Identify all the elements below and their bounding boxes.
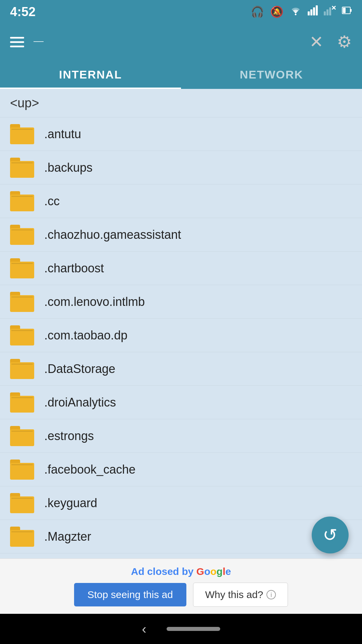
hamburger-menu-icon[interactable] (10, 37, 24, 47)
file-name: .chartboost (44, 261, 104, 275)
ad-bar: Ad closed by Google Stop seeing this ad … (0, 558, 362, 614)
file-list: <up> .antutu .backups .cc .chaoz (0, 89, 362, 558)
nav-bar: ‹ (0, 614, 362, 644)
list-item[interactable]: .com.taobao.dp (0, 319, 362, 352)
folder-icon (10, 426, 34, 446)
home-pill[interactable] (167, 627, 220, 631)
folder-icon (10, 392, 34, 413)
file-name: .DataStorage (44, 362, 115, 376)
list-item[interactable]: .chartboost (0, 252, 362, 285)
file-name: .backups (44, 161, 93, 175)
status-time: 4:52 (10, 5, 36, 19)
svg-rect-12 (343, 8, 346, 13)
tabs: INTERNAL NETWORK (0, 60, 362, 89)
list-item[interactable]: .Magzter (0, 520, 362, 553)
folder-icon (10, 225, 34, 245)
svg-rect-7 (329, 7, 331, 15)
svg-point-0 (295, 14, 297, 15)
file-name: .antutu (44, 127, 81, 141)
list-item[interactable]: .droiAnalytics (0, 386, 362, 419)
file-name: .droiAnalytics (44, 395, 116, 410)
list-item-up[interactable]: <up> (0, 89, 362, 117)
info-icon: i (266, 590, 276, 599)
tab-network-label: NETWORK (240, 68, 303, 81)
file-name: .chaozhuo.gameassistant (44, 228, 181, 242)
signal-x-icon (324, 5, 336, 18)
file-name: .keyguard (44, 496, 97, 510)
file-name: .facebook_cache (44, 463, 135, 477)
list-item[interactable]: .antutu (0, 117, 362, 151)
folder-icon (10, 191, 34, 211)
file-name: .Magzter (44, 530, 91, 544)
file-name: .com.lenovo.intlmb (44, 295, 145, 309)
folder-icon (10, 493, 34, 513)
ad-buttons: Stop seeing this ad Why this ad? i (74, 583, 288, 607)
toolbar: — ✕ ⚙ (0, 23, 362, 60)
svg-rect-5 (324, 11, 326, 15)
headphones-icon: 🎧 (251, 5, 264, 18)
muted-icon: 🔕 (270, 5, 284, 18)
svg-rect-1 (308, 11, 310, 15)
list-item[interactable]: .cc (0, 184, 362, 218)
folder-icon (10, 258, 34, 278)
tab-internal[interactable]: INTERNAL (0, 60, 181, 89)
folder-icon (10, 292, 34, 312)
svg-rect-4 (316, 5, 318, 15)
file-name: .cc (44, 194, 60, 208)
folder-icon (10, 158, 34, 178)
folder-icon (10, 527, 34, 547)
path-bar: — (34, 35, 44, 47)
file-name: .estrongs (44, 429, 94, 443)
toolbar-right: ✕ ⚙ (309, 32, 352, 52)
list-item[interactable]: .keyguard (0, 486, 362, 520)
settings-button[interactable]: ⚙ (337, 32, 352, 52)
folder-icon (10, 359, 34, 379)
list-item[interactable]: .backups (0, 151, 362, 184)
list-item[interactable]: .chaozhuo.gameassistant (0, 218, 362, 252)
refresh-icon: ↺ (323, 525, 338, 545)
list-item[interactable]: .estrongs (0, 419, 362, 453)
file-name: <up> (10, 96, 39, 110)
list-item[interactable]: .DataStorage (0, 352, 362, 386)
why-ad-label: Why this ad? (205, 589, 263, 600)
back-button[interactable]: ‹ (142, 622, 146, 637)
tab-network[interactable]: NETWORK (181, 60, 362, 89)
folder-icon (10, 124, 34, 144)
folder-icon (10, 460, 34, 480)
svg-rect-11 (350, 9, 352, 12)
tab-internal-label: INTERNAL (59, 68, 122, 81)
svg-rect-2 (310, 9, 312, 15)
close-button[interactable]: ✕ (309, 32, 323, 52)
list-item[interactable]: .facebook_cache (0, 453, 362, 486)
svg-rect-3 (313, 7, 315, 15)
wifi-icon (290, 5, 302, 18)
battery-icon (342, 5, 352, 18)
ad-closed-text: Ad closed by Google (131, 566, 231, 577)
stop-ad-button[interactable]: Stop seeing this ad (74, 583, 186, 606)
why-ad-button[interactable]: Why this ad? i (193, 583, 288, 607)
folder-icon (10, 325, 34, 345)
list-item[interactable]: .com.lenovo.intlmb (0, 285, 362, 319)
signal-icon (308, 5, 318, 18)
svg-rect-6 (326, 9, 328, 15)
refresh-fab[interactable]: ↺ (312, 517, 349, 553)
status-icons: 🎧 🔕 (251, 5, 352, 18)
status-bar: 4:52 🎧 🔕 (0, 0, 362, 23)
file-name: .com.taobao.dp (44, 328, 127, 342)
